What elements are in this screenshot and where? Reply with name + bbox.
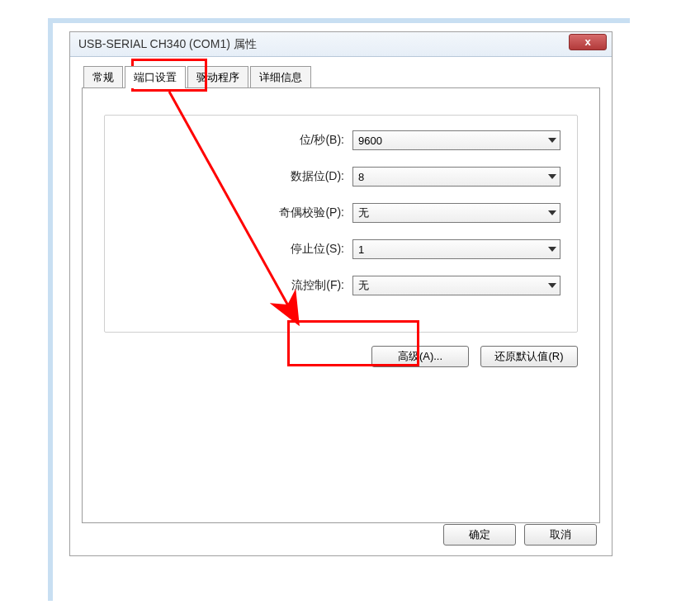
row-databits: 数据位(D): 8	[138, 167, 560, 187]
properties-dialog: USB-SERIAL CH340 (COM1) 属性 x 常规 端口设置 驱动程…	[69, 31, 612, 556]
combo-value: 9600	[358, 135, 382, 147]
cancel-button[interactable]: 取消	[524, 524, 597, 546]
close-button[interactable]: x	[569, 34, 607, 50]
chevron-down-icon	[548, 210, 556, 215]
combo-value: 无	[358, 205, 369, 220]
chevron-down-icon	[548, 138, 556, 143]
tab-label: 端口设置	[134, 71, 177, 83]
combo-databits[interactable]: 8	[352, 167, 560, 187]
label-parity: 奇偶校验(P):	[138, 205, 352, 220]
chevron-down-icon	[548, 283, 556, 288]
advanced-button[interactable]: 高级(A)...	[371, 346, 469, 367]
port-settings-group: 位/秒(B): 9600 数据位(D): 8	[104, 115, 578, 333]
row-baud: 位/秒(B): 9600	[138, 130, 560, 150]
tab-panel-port-settings: 位/秒(B): 9600 数据位(D): 8	[82, 87, 600, 523]
titlebar: USB-SERIAL CH340 (COM1) 属性 x	[70, 32, 612, 57]
combo-parity[interactable]: 无	[352, 203, 560, 223]
combo-baud[interactable]: 9600	[352, 130, 560, 150]
tab-port-settings[interactable]: 端口设置	[125, 66, 186, 88]
combo-value: 8	[358, 171, 364, 183]
tab-label: 驱动程序	[196, 71, 239, 83]
close-icon: x	[584, 35, 590, 48]
label-databits: 数据位(D):	[138, 169, 352, 184]
button-label: 高级(A)...	[398, 349, 442, 364]
port-settings-rows: 位/秒(B): 9600 数据位(D): 8	[138, 130, 560, 312]
row-stopbits: 停止位(S): 1	[138, 239, 560, 259]
dialog-footer-buttons: 确定 取消	[443, 524, 597, 546]
button-label: 取消	[550, 527, 571, 542]
label-baud: 位/秒(B):	[138, 133, 352, 148]
ok-button[interactable]: 确定	[443, 524, 516, 546]
combo-stopbits[interactable]: 1	[352, 239, 560, 259]
port-settings-buttons: 高级(A)... 还原默认值(R)	[83, 346, 578, 367]
button-label: 确定	[469, 527, 490, 542]
dialog-client-area: 常规 端口设置 驱动程序 详细信息 位/秒(B): 9600	[70, 57, 612, 555]
chevron-down-icon	[548, 247, 556, 252]
tab-driver[interactable]: 驱动程序	[187, 66, 248, 88]
tab-strip: 常规 端口设置 驱动程序 详细信息	[83, 65, 600, 87]
tab-details[interactable]: 详细信息	[250, 66, 311, 88]
row-flowcontrol: 流控制(F): 无	[138, 276, 560, 295]
tab-label: 详细信息	[259, 71, 302, 83]
outer-window-top-border	[48, 18, 630, 23]
row-parity: 奇偶校验(P): 无	[138, 203, 560, 223]
button-label: 还原默认值(R)	[494, 349, 563, 364]
window-title: USB-SERIAL CH340 (COM1) 属性	[78, 37, 257, 52]
tab-general[interactable]: 常规	[83, 66, 123, 88]
outer-window-left-border	[48, 18, 53, 601]
combo-value: 无	[358, 278, 369, 293]
combo-flowcontrol[interactable]: 无	[352, 276, 560, 295]
combo-value: 1	[358, 243, 364, 256]
label-stopbits: 停止位(S):	[138, 242, 352, 257]
tab-label: 常规	[92, 71, 114, 83]
restore-defaults-button[interactable]: 还原默认值(R)	[480, 346, 578, 367]
chevron-down-icon	[548, 174, 556, 179]
label-flowcontrol: 流控制(F):	[138, 278, 352, 293]
